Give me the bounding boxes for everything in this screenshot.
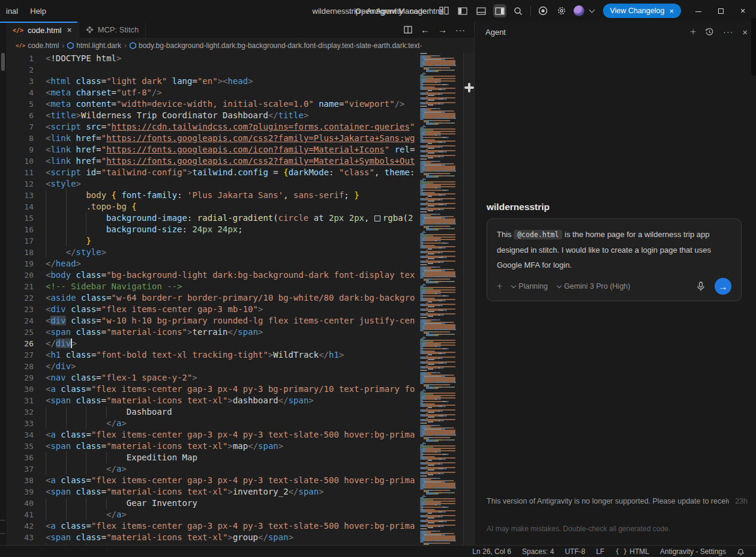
line-number[interactable]: 32 (6, 406, 34, 418)
status-item[interactable]: Antigravity - Settings (655, 547, 731, 556)
line-number[interactable]: 11 (6, 167, 34, 178)
code-line[interactable]: <!DOCTYPE html> (46, 53, 420, 64)
code-line[interactable]: <title>Wilderness Trip Coordinator Dashb… (46, 110, 420, 121)
line-number[interactable]: 27 (6, 349, 34, 361)
code-line[interactable]: <html class="light dark" lang="en"><head… (46, 76, 420, 87)
toggle-bottom-panel-icon[interactable] (475, 4, 488, 17)
line-number[interactable]: 35 (6, 441, 34, 452)
line-number[interactable]: 28 (6, 361, 34, 372)
minimize-button[interactable] (690, 6, 707, 16)
navigate-forward-icon[interactable]: → (438, 25, 447, 35)
line-number[interactable]: 34 (6, 429, 34, 441)
code-pane[interactable]: <!DOCTYPE html><html class="light dark" … (34, 53, 420, 545)
line-number[interactable]: 14 (6, 201, 34, 212)
code-line[interactable]: </a> (46, 463, 420, 475)
new-conversation-icon[interactable]: + (690, 26, 696, 38)
code-line[interactable]: </a> (46, 509, 420, 520)
history-icon[interactable] (705, 28, 714, 37)
code-line[interactable]: <style> (46, 178, 420, 190)
breadcrumb-item[interactable]: body.bg-background-light.dark:bg-backgro… (130, 41, 422, 50)
code-line[interactable]: .topo-bg { (46, 201, 420, 212)
line-number[interactable]: 21 (6, 281, 34, 292)
breadcrumb-item[interactable]: </>code.html (16, 41, 59, 50)
code-line[interactable]: </div> (46, 361, 420, 372)
maximize-button[interactable] (712, 6, 729, 16)
code-line[interactable]: Team Members (46, 543, 420, 545)
line-number[interactable]: 25 (6, 327, 34, 338)
code-line[interactable]: <div class="flex items-center gap-3 mb-1… (46, 304, 420, 315)
code-line[interactable]: background-size: 24px 24px; (46, 224, 420, 235)
minimap[interactable] (420, 53, 463, 545)
chat-message-text[interactable]: This @code.html is the home page for a w… (497, 227, 731, 272)
line-number[interactable]: 19 (6, 258, 34, 269)
agent-close-icon[interactable]: × (742, 27, 748, 37)
line-number[interactable]: 20 (6, 269, 34, 281)
editor-scrollbar[interactable] (463, 53, 474, 545)
view-changelog-button[interactable]: View Changelog × (603, 4, 681, 18)
code-line[interactable]: <!-- Sidebar Navigation --> (46, 281, 420, 292)
open-agent-manager-button[interactable]: Open Agent Manager (355, 7, 430, 16)
status-item[interactable]: LF (590, 547, 610, 556)
code-line[interactable]: body { font-family: 'Plus Jakarta Sans',… (46, 190, 420, 201)
code-line[interactable]: <script id="tailwind-config">tailwind.co… (46, 167, 420, 178)
code-line[interactable]: <link href="https://fonts.googleapis.com… (46, 155, 420, 167)
line-number[interactable]: 33 (6, 418, 34, 429)
line-number[interactable]: 31 (6, 395, 34, 406)
line-number[interactable]: 16 (6, 224, 34, 235)
toggle-right-panel-icon[interactable] (493, 4, 506, 17)
line-number[interactable]: 42 (6, 520, 34, 532)
split-editor-icon[interactable] (404, 26, 412, 34)
search-icon[interactable] (512, 4, 525, 17)
line-number[interactable]: 26 (6, 338, 34, 349)
line-number[interactable]: 13 (6, 190, 34, 201)
code-line[interactable]: <div class="w-10 h-10 bg-primary rounded… (46, 315, 420, 327)
line-number[interactable]: 6 (6, 110, 34, 121)
left-activity-strip[interactable] (0, 22, 6, 545)
chat-input-card[interactable]: This @code.html is the home page for a w… (487, 218, 742, 301)
close-button[interactable]: × (734, 6, 751, 16)
line-number[interactable]: 23 (6, 304, 34, 315)
panel-edge-scrollbar[interactable] (751, 18, 756, 76)
menu-help[interactable]: Help (24, 0, 52, 22)
code-line[interactable]: <script src="https://cdn.tailwindcss.com… (46, 121, 420, 133)
code-line[interactable]: <a class="flex items-center gap-3 px-4 p… (46, 384, 420, 395)
tab-mcp-stitch[interactable]: MCP: Stitch (79, 22, 146, 38)
line-number[interactable]: 38 (6, 475, 34, 486)
line-number[interactable]: 12 (6, 178, 34, 190)
code-line[interactable]: <a class="flex items-center gap-3 px-4 p… (46, 520, 420, 532)
status-item[interactable]: Ln 26, Col 6 (467, 547, 517, 556)
mode-dropdown[interactable]: Planning (512, 282, 548, 291)
notifications-bell-icon[interactable] (731, 547, 750, 556)
model-dropdown[interactable]: Gemini 3 Pro (High) (557, 282, 630, 291)
line-number-gutter[interactable]: 1234567891011121314151617181920212223242… (6, 53, 34, 545)
changelog-close-icon[interactable]: × (669, 7, 674, 16)
line-number[interactable]: 2 (6, 64, 34, 76)
code-line[interactable]: <h1 class="font-bold text-xl tracking-ti… (46, 349, 420, 361)
line-number[interactable]: 39 (6, 486, 34, 498)
code-line[interactable]: </a> (46, 418, 420, 429)
code-line[interactable]: Dashboard (46, 406, 420, 418)
status-item[interactable]: { }HTML (610, 547, 655, 556)
code-line[interactable]: <span class="material-icons text-xl">inv… (46, 486, 420, 498)
code-line[interactable] (46, 64, 420, 76)
toggle-left-panel-icon[interactable] (456, 4, 469, 17)
line-number[interactable]: 44 (6, 543, 34, 545)
code-line[interactable]: <span class="material-icons text-xl">das… (46, 395, 420, 406)
line-number[interactable]: 10 (6, 155, 34, 167)
code-line[interactable]: Gear Inventory (46, 498, 420, 509)
code-line[interactable]: <aside class="w-64 border-r border-prima… (46, 292, 420, 304)
code-line[interactable]: <a class="flex items-center gap-3 px-4 p… (46, 429, 420, 441)
code-line[interactable]: <meta charset="utf-8"/> (46, 87, 420, 98)
line-number[interactable]: 15 (6, 212, 34, 224)
line-number[interactable]: 41 (6, 509, 34, 520)
code-line[interactable]: <span class="material-icons">terrain</sp… (46, 327, 420, 338)
code-line[interactable]: <nav class="flex-1 space-y-2"> (46, 372, 420, 384)
line-number[interactable]: 1 (6, 53, 34, 64)
line-number[interactable]: 30 (6, 384, 34, 395)
strip-scroll-handle[interactable] (1, 53, 5, 71)
line-number[interactable]: 5 (6, 98, 34, 110)
code-line[interactable]: <span class="material-icons text-xl">gro… (46, 532, 420, 543)
status-item[interactable]: UTF-8 (559, 547, 590, 556)
editor-more-actions-icon[interactable]: ··· (455, 25, 466, 35)
line-number[interactable]: 37 (6, 463, 34, 475)
